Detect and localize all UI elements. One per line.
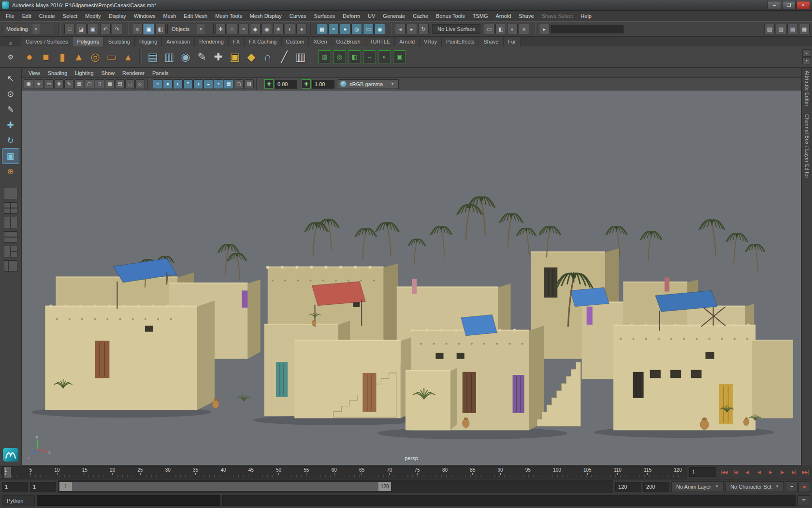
output-connections-button[interactable]: ▸ (406, 24, 417, 34)
animation-start-field[interactable] (2, 482, 28, 492)
panel-menu-item[interactable]: Shading (44, 68, 71, 78)
camera-attributes-icon[interactable]: ▣ (24, 79, 33, 89)
shelf-tab[interactable]: GoZBrush (332, 37, 365, 46)
menu-item[interactable]: Windows (130, 11, 160, 21)
panel-menu-item[interactable]: View (25, 68, 44, 78)
command-input-field[interactable] (37, 495, 220, 506)
scale-tool[interactable]: ▣ (2, 149, 19, 164)
menu-item[interactable]: Shave Select (538, 11, 577, 21)
menu-item[interactable]: Mesh Tools (211, 11, 246, 21)
make-object-live-toggle[interactable]: ◉ (375, 24, 385, 34)
gamma-toggle-icon[interactable]: ✚ (302, 79, 311, 89)
extrude[interactable]: ▣ (227, 47, 243, 67)
bookmark-view-icon[interactable]: ★ (34, 79, 44, 89)
selection-mask-dropdown[interactable]: Objects ▼ (167, 24, 214, 34)
render-current-frame-button[interactable]: ◧ (495, 24, 506, 34)
input-field-mode-icon[interactable]: ▸ (539, 24, 550, 34)
script-editor-button[interactable]: ≡ (798, 495, 810, 506)
maximize-button[interactable]: ❐ (782, 1, 796, 9)
paint-selection-tool[interactable]: ✎ (2, 102, 19, 117)
timeline-scrubber[interactable]: 1510152025303540455055606570758085909510… (1, 466, 687, 478)
grease-pencil-icon[interactable]: ✎ (64, 79, 74, 89)
select-by-component-button[interactable]: ◧ (155, 24, 166, 34)
show-attribute-editor-button[interactable]: ▥ (776, 24, 786, 34)
menu-item[interactable]: Surfaces (310, 11, 339, 21)
step-forward-frame-button[interactable]: ▶| (788, 467, 799, 478)
menu-item[interactable]: File (2, 11, 18, 21)
x-ray-mode-icon[interactable]: ▨ (244, 79, 254, 89)
shelf-tab[interactable]: TURTLE (365, 37, 395, 46)
separate[interactable]: ▥ (161, 47, 177, 67)
animation-end-field[interactable] (643, 482, 669, 492)
2d-pan-zoom-icon[interactable]: ✚ (54, 79, 64, 89)
step-back-frame-button[interactable]: |◀ (730, 467, 741, 478)
safe-title-icon[interactable]: ◇ (135, 79, 145, 89)
shelf-tab[interactable]: Rigging (135, 37, 162, 46)
range-start-handle[interactable]: 1 (59, 482, 72, 491)
layout-outliner-persp[interactable] (4, 260, 17, 272)
multi-cut-tool[interactable]: ╱ (276, 47, 292, 67)
shadows-toggle-icon[interactable]: ◑ (193, 79, 203, 89)
snap-to-projected-center-toggle[interactable]: ◎ (351, 24, 362, 34)
select-mask-handles[interactable]: ✚ (215, 24, 226, 34)
range-slider-track[interactable]: 1 120 (58, 480, 613, 493)
shelf-separator-2[interactable] (312, 49, 314, 65)
shelf-tab[interactable]: Animation (162, 37, 195, 46)
mirror[interactable]: ◧ (348, 50, 361, 63)
menu-item[interactable]: Edit (18, 11, 35, 21)
shelf-options-gear-icon[interactable]: ⚙ (0, 53, 21, 61)
menu-item[interactable]: UV (364, 11, 379, 21)
command-language-toggle[interactable]: Python (2, 495, 35, 506)
create-polygon-tool[interactable]: ✚ (210, 47, 227, 67)
layout-two-pane-stacked[interactable] (4, 231, 17, 243)
move-tool[interactable]: ✚ (2, 118, 19, 133)
poly-cylinder[interactable]: ▮ (54, 47, 71, 67)
menu-item[interactable]: Help (577, 11, 595, 21)
current-frame-field[interactable] (689, 467, 716, 477)
rotate-tool[interactable]: ↻ (2, 133, 19, 148)
target-weld-tool[interactable]: ◎ (333, 50, 346, 63)
go-to-end-button[interactable]: ▶▶| (799, 467, 811, 478)
shelf-tab[interactable]: Shave (479, 37, 503, 46)
bevel[interactable]: ◆ (243, 47, 260, 67)
multisample-aa-icon[interactable]: ▦ (224, 79, 233, 89)
shelf-tab[interactable]: Fur (504, 37, 521, 46)
symmetry-toggle[interactable]: ⇔ (363, 50, 376, 63)
combine[interactable]: ▤ (145, 47, 161, 67)
poly-pyramid[interactable]: ▴ (120, 47, 136, 67)
menu-item[interactable]: TSMG (469, 11, 492, 21)
shelf-scroll-up-button[interactable]: ▴ (802, 49, 811, 57)
snap-to-grids-toggle[interactable]: ▦ (317, 24, 327, 34)
select-mask-joints[interactable]: ∩ (227, 24, 237, 34)
gamma-field[interactable] (312, 80, 334, 89)
menu-set-dropdown[interactable]: Modeling ▼ (2, 24, 55, 34)
viewport-3d-scene[interactable] (22, 90, 801, 465)
shelf-tab[interactable]: VRay (420, 37, 442, 46)
select-mask-deformations[interactable]: ◉ (261, 24, 272, 34)
poly-cube[interactable]: ■ (38, 47, 54, 67)
layout-single-pane[interactable] (4, 188, 17, 199)
playback-start-field[interactable] (30, 482, 56, 492)
open-render-view-button[interactable]: ▭ (484, 24, 494, 34)
poly-sphere[interactable]: ● (21, 47, 38, 67)
input-connections-button[interactable]: ◂ (395, 24, 406, 34)
screen-space-ao-icon[interactable]: ◒ (203, 79, 213, 89)
side-tab[interactable]: Attribute Editor (804, 71, 810, 106)
select-by-object-button[interactable]: ▣ (144, 24, 154, 34)
menu-item[interactable]: Generate (379, 11, 409, 21)
select-mask-curves[interactable]: ≈ (238, 24, 249, 34)
snap-to-curves-toggle[interactable]: ≈ (328, 24, 339, 34)
quad-draw-tool[interactable]: ▦ (318, 50, 331, 63)
side-tab[interactable]: Channel Box / Layer Editor (804, 114, 810, 179)
film-gate-icon[interactable]: ▢ (85, 79, 94, 89)
play-forwards-button[interactable]: ▶ (765, 467, 776, 478)
select-mask-misc[interactable]: ● (296, 24, 307, 34)
shelf-tab[interactable]: Sculpting (104, 37, 135, 46)
insert-edge-loop-tool[interactable]: ▥ (292, 47, 309, 67)
lasso-tool[interactable]: ⊙ (2, 87, 19, 102)
new-scene-button[interactable]: □ (64, 24, 75, 34)
anim-layer-dropdown[interactable]: No Anim Layer ▼ (671, 481, 724, 492)
playback-options-icon[interactable]: ◓ (786, 481, 798, 492)
shelf-tab[interactable]: Arnold (395, 37, 420, 46)
redo-button[interactable]: ↷ (112, 24, 122, 34)
